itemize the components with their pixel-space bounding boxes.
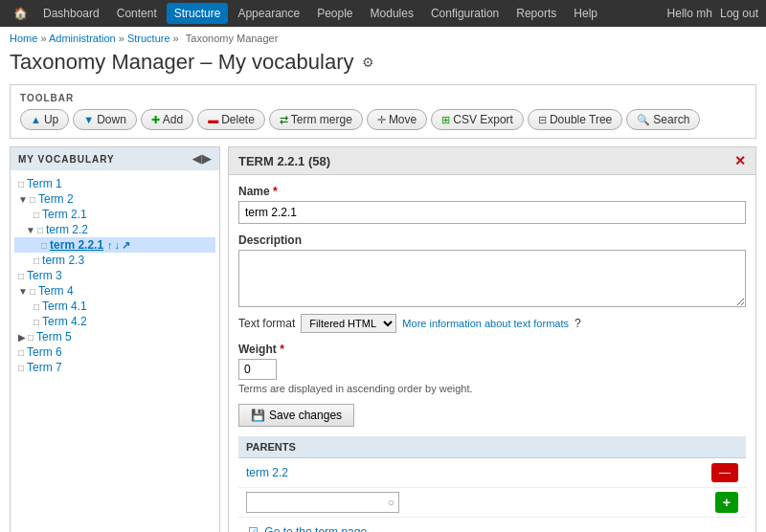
vocabulary-title: MY VOCABULARY xyxy=(18,154,115,165)
up-button[interactable]: ▲ Up xyxy=(20,109,69,130)
description-field-group: Description Text format Filtered HTML Fu… xyxy=(238,233,746,333)
delete-icon: ▬ xyxy=(208,114,218,125)
tree-item-term4-1[interactable]: □ Term 4.1 xyxy=(14,299,215,314)
description-textarea[interactable] xyxy=(238,250,746,307)
tree-item-term2-1[interactable]: □ Term 2.1 xyxy=(14,207,215,222)
merge-label: Term merge xyxy=(291,113,352,126)
down-label: Down xyxy=(97,113,126,126)
move-button[interactable]: ✛ Move xyxy=(367,109,427,130)
add-parent-button[interactable]: + xyxy=(715,492,738,513)
down-button[interactable]: ▼ Down xyxy=(73,109,137,130)
help-icon: ? xyxy=(574,317,581,330)
item-label-term4: Term 4 xyxy=(38,284,74,298)
move-down-icon[interactable]: ↓ xyxy=(115,239,121,252)
parents-actions-header xyxy=(644,436,746,458)
search-circle-icon: ○ xyxy=(384,494,398,511)
save-label: Save changes xyxy=(269,409,342,422)
search-button[interactable]: 🔍 Search xyxy=(626,109,700,130)
text-format-select[interactable]: Filtered HTML Full HTML Plain text xyxy=(301,314,396,333)
nav-item-dashboard[interactable]: Dashboard xyxy=(35,3,107,24)
tree-item-term7[interactable]: □ Term 7 xyxy=(14,360,215,375)
close-button[interactable]: ✕ xyxy=(734,153,746,168)
nav-item-appearance[interactable]: Appearance xyxy=(230,3,307,24)
csv-export-button[interactable]: ⊞ CSV Export xyxy=(431,109,524,130)
tree-item-term6[interactable]: □ Term 6 xyxy=(14,344,215,360)
right-nav: Hello mh Log out xyxy=(667,7,758,20)
user-greeting: Hello mh xyxy=(667,7,712,20)
tree-item-term3[interactable]: □ Term 3 xyxy=(14,268,215,283)
tree-item-term2[interactable]: ▼ □ Term 2 xyxy=(14,191,215,207)
tree-item-term4-2[interactable]: □ Term 4.2 xyxy=(14,314,215,329)
item-label-term3: Term 3 xyxy=(27,269,62,282)
tree-container: □ Term 1 ▼ □ Term 2 □ Term 2.1 xyxy=(11,170,219,381)
double-tree-button[interactable]: ⊟ Double Tree xyxy=(528,109,622,130)
term-title: TERM 2.2.1 (58) xyxy=(238,154,330,168)
collapse-button[interactable]: ◀▶ xyxy=(192,152,212,166)
item-icon-term1: □ xyxy=(18,179,24,189)
nav-item-content[interactable]: Content xyxy=(109,3,165,24)
name-input[interactable] xyxy=(238,201,746,224)
item-label-term5: Term 5 xyxy=(36,330,72,344)
item-label-term2-1: Term 2.1 xyxy=(42,208,87,221)
weight-input[interactable] xyxy=(238,359,277,380)
toggle-term2-2[interactable]: ▼ xyxy=(26,225,35,235)
move-icons: ↑ ↓ ↗ xyxy=(107,239,130,252)
nav-items: 🏠 Dashboard Content Structure Appearance… xyxy=(8,3,667,24)
remove-parent-button[interactable]: — xyxy=(711,463,738,482)
add-label: Add xyxy=(163,113,183,126)
tree-icon: ⊟ xyxy=(538,114,547,126)
nav-item-structure[interactable]: Structure xyxy=(167,3,229,24)
term-page-link[interactable]: Go to the term page xyxy=(264,525,367,532)
breadcrumb-structure[interactable]: Structure xyxy=(127,33,170,44)
item-icon-term7: □ xyxy=(18,363,24,373)
add-parent-row: ○ + xyxy=(238,488,746,518)
move-up-icon[interactable]: ↑ xyxy=(107,239,113,252)
add-button[interactable]: ✚ Add xyxy=(141,109,193,130)
item-icon-term4: □ xyxy=(30,286,35,297)
page-title-text: Taxonomy Manager – My vocabulary xyxy=(10,50,354,75)
tree-item-term1[interactable]: □ Term 1 xyxy=(14,176,215,191)
page-title: Taxonomy Manager – My vocabulary ⚙ xyxy=(0,46,766,84)
tree-item-term4[interactable]: ▼ □ Term 4 xyxy=(14,283,215,299)
parent-link[interactable]: term 2.2 xyxy=(246,466,288,479)
item-icon-term2: □ xyxy=(30,194,35,205)
item-icon-term2-3: □ xyxy=(34,255,39,266)
more-info-link[interactable]: More information about text formats xyxy=(402,318,569,329)
item-icon-term5: □ xyxy=(28,332,34,343)
breadcrumb: Home » Administration » Structure » Taxo… xyxy=(0,27,766,46)
parent-row: term 2.2 — xyxy=(238,458,746,488)
config-icon[interactable]: ⚙ xyxy=(362,55,374,70)
tree-item-term2-2-1[interactable]: □ term 2.2.1 ↑ ↓ ↗ xyxy=(14,237,215,253)
toggle-term2[interactable]: ▼ xyxy=(18,194,28,205)
item-icon-term2-2: □ xyxy=(37,225,43,235)
right-panel: TERM 2.2.1 (58) ✕ Name * Description xyxy=(228,146,756,532)
logout-link[interactable]: Log out xyxy=(720,7,758,20)
item-label-term4-2: Term 4.2 xyxy=(42,315,87,328)
breadcrumb-home[interactable]: Home xyxy=(10,33,37,44)
two-column-area: MY VOCABULARY ◀▶ □ Term 1 ▼ □ Term 2 xyxy=(10,146,756,532)
nav-item-configuration[interactable]: Configuration xyxy=(423,3,507,24)
tree-item-term2-3[interactable]: □ term 2.3 xyxy=(14,253,215,268)
add-parent-input[interactable] xyxy=(247,493,384,512)
save-icon: 💾 xyxy=(251,409,265,422)
item-label-term2-2-1: term 2.2.1 xyxy=(50,238,103,252)
toggle-term4[interactable]: ▼ xyxy=(18,286,28,297)
home-icon[interactable]: 🏠 xyxy=(8,3,34,24)
item-label-term6: Term 6 xyxy=(27,345,62,359)
delete-button[interactable]: ▬ Delete xyxy=(197,109,265,130)
nav-item-people[interactable]: People xyxy=(309,3,360,24)
term-merge-button[interactable]: ⇄ Term merge xyxy=(269,109,363,130)
up-icon: ▲ xyxy=(31,114,41,125)
save-changes-button[interactable]: 💾 Save changes xyxy=(238,404,354,427)
tree-item-term5[interactable]: ▶ □ Term 5 xyxy=(14,329,215,344)
breadcrumb-administration[interactable]: Administration xyxy=(49,33,116,44)
tree-item-term2-2[interactable]: ▼ □ term 2.2 xyxy=(14,222,215,237)
nav-item-help[interactable]: Help xyxy=(566,3,605,24)
item-label-term2-3: term 2.3 xyxy=(42,254,84,267)
parents-table: PARENTS term 2.2 — xyxy=(238,436,746,518)
nav-item-reports[interactable]: Reports xyxy=(508,3,564,24)
move-out-icon[interactable]: ↗ xyxy=(122,239,130,252)
add-parent-input-wrap: ○ xyxy=(246,492,399,513)
nav-item-modules[interactable]: Modules xyxy=(363,3,421,24)
toggle-term5[interactable]: ▶ xyxy=(18,332,26,343)
